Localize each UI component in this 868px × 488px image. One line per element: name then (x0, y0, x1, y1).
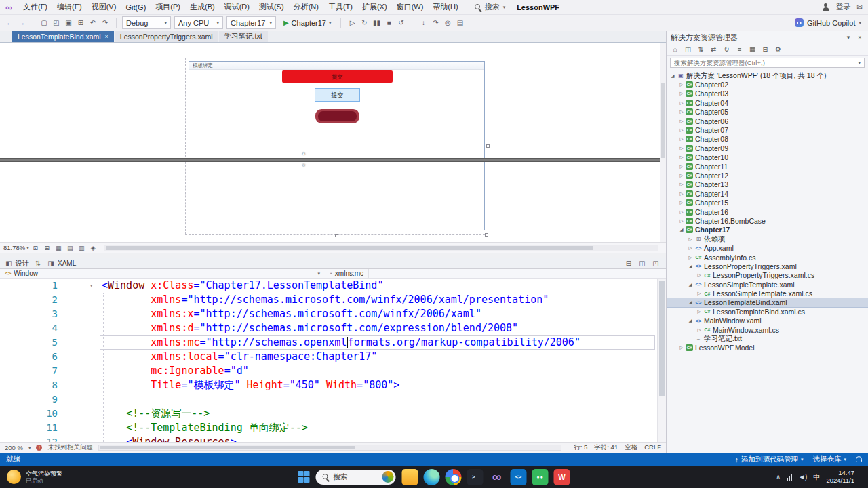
weather-widget[interactable]: 空气污染预警 已启动 (0, 466, 69, 488)
redo-icon[interactable]: ↷ (100, 18, 111, 28)
tree-item[interactable]: ◢<>MainWindow.xaml (667, 317, 868, 325)
menu-item[interactable]: 生成(B) (185, 1, 220, 14)
tree-expander-icon[interactable]: ▷ (678, 182, 685, 187)
github-copilot-button[interactable]: GitHub Copilot ▾ (795, 18, 864, 27)
tree-item[interactable]: ▷C#Chapter06 (667, 117, 868, 125)
user-avatar-icon[interactable] (822, 3, 830, 11)
tab-xaml[interactable]: ◨ XAML (47, 258, 76, 269)
window-preview[interactable]: 模板绑定 提交提交 (189, 61, 485, 230)
window-position-icon[interactable]: ▾ (844, 34, 852, 41)
tree-item[interactable]: ▷C#Chapter13 (667, 180, 868, 189)
tree-expander-icon[interactable]: ▷ (678, 173, 685, 178)
tree-expander-icon[interactable]: ▷ (687, 245, 694, 251)
solution-search-box[interactable]: ▾ (670, 58, 865, 68)
menu-item[interactable]: 扩展(X) (357, 1, 392, 14)
tree-item[interactable]: ▷C#Chapter08 (667, 135, 868, 144)
snap-to-grid-icon[interactable]: ▦ (54, 243, 64, 253)
select-repository-button[interactable]: 选择仓库 ▾ (812, 455, 846, 464)
home-icon[interactable]: ⌂ (671, 45, 679, 53)
sync-with-active-document-icon[interactable]: ⇄ (709, 45, 718, 53)
tree-item[interactable]: ▷C#MainWindow.xaml.cs (667, 325, 868, 334)
tree-expander-icon[interactable]: ▷ (678, 164, 685, 169)
preview-button-dark-template[interactable] (315, 109, 359, 123)
tree-item[interactable]: ▷C#Chapter04 (667, 98, 868, 107)
xaml-code-editor[interactable]: 1▾<Window x:Class="Chapter17.LessonTempl… (0, 279, 666, 442)
tree-item[interactable]: ▷C#Chapter05 (667, 108, 868, 117)
quick-search[interactable]: 搜索 ▾ (475, 2, 506, 12)
show-snaplines-icon[interactable]: ▤ (65, 243, 75, 253)
restart-icon[interactable]: ↺ (395, 18, 406, 28)
tree-item[interactable]: ▷C#Chapter03 (667, 89, 868, 98)
navigate-forward-icon[interactable]: → (16, 18, 27, 28)
tree-expander-icon[interactable]: ▷ (678, 136, 685, 142)
tree-item[interactable]: ▷C#LessonWPF.Model (667, 344, 868, 352)
start-debugging-button[interactable]: ▶ Chapter17 ▾ (279, 16, 336, 29)
menu-item[interactable]: 视图(V) (87, 1, 121, 14)
menu-item[interactable]: 分析(N) (289, 1, 323, 14)
tree-expander-icon[interactable]: ▷ (687, 255, 694, 260)
terminal-icon[interactable]: >_ (467, 469, 484, 485)
tree-expander-icon[interactable]: ◢ (687, 282, 694, 287)
menu-item[interactable]: 帮助(H) (428, 1, 462, 14)
code-line[interactable]: 7 mc:Ignorable="d" (0, 364, 666, 378)
tree-expander-icon[interactable]: ▷ (696, 272, 703, 278)
solution-search-input[interactable] (674, 59, 855, 66)
tree-item[interactable]: ◢▣解决方案 'LessonWPF' (18 个项目, 共 18 个) (667, 71, 868, 80)
code-line[interactable]: 9 (0, 392, 666, 407)
hot-reload-icon[interactable]: ↻ (359, 18, 370, 28)
switch-views-icon[interactable]: ◫ (684, 45, 692, 53)
code-line[interactable]: 11 <!--TemplateBinding 单向绑定--> (0, 421, 666, 435)
editor-horizontal-scrollbar[interactable] (98, 445, 561, 451)
tree-expander-icon[interactable]: ◢ (687, 318, 694, 323)
document-tab[interactable]: 学习笔记.txt (219, 30, 268, 42)
tree-expander-icon[interactable]: ◢ (678, 227, 685, 232)
ime-indicator[interactable]: 中 (813, 472, 820, 482)
tree-item[interactable]: ▷C#Chapter14 (667, 189, 868, 198)
platform-dropdown[interactable]: Any CPU ▾ (174, 16, 223, 29)
tree-item[interactable]: ▷C#Chapter11 (667, 162, 868, 171)
pane-splitter-dragbar[interactable] (0, 158, 666, 162)
document-tab[interactable]: LessonPropertyTriggers.xaml (115, 30, 218, 42)
tree-expander-icon[interactable]: ▷ (678, 218, 685, 224)
configuration-dropdown[interactable]: Debug ▾ (122, 16, 171, 29)
split-vertical-icon[interactable]: ◫ (637, 258, 648, 269)
code-line[interactable]: 5 xmlns:mc="http://schemas.openxmlformat… (0, 336, 666, 350)
tree-item[interactable]: ◢<>LessonSimpleTemplate.xaml (667, 280, 868, 289)
sign-in-link[interactable]: 登录 (836, 2, 851, 12)
tree-item[interactable]: ◢C#Chapter17 (667, 226, 868, 235)
breadcrumb-attribute-dropdown[interactable]: ▪ xmlns:mc (326, 269, 369, 278)
properties-icon[interactable]: ⚙ (774, 45, 783, 53)
tree-expander-icon[interactable]: ▷ (678, 200, 685, 205)
tree-expander-icon[interactable]: ▷ (678, 146, 685, 151)
expand-pane-icon[interactable]: ◳ (650, 258, 661, 269)
tree-item[interactable]: ◢<>LessonTemplateBind.xaml (667, 298, 868, 307)
network-icon[interactable] (787, 474, 792, 481)
snap-to-snaplines-icon[interactable]: ▥ (77, 243, 87, 253)
wps-icon[interactable]: W (554, 469, 570, 485)
tree-item[interactable]: ▷C#Chapter02 (667, 80, 868, 89)
menu-item[interactable]: 测试(S) (254, 1, 289, 14)
add-to-source-control-button[interactable]: ↑ 添加到源代码管理 ▾ (735, 455, 804, 464)
notifications-icon[interactable] (856, 456, 862, 462)
menu-item[interactable]: 编辑(E) (52, 1, 87, 14)
tree-item[interactable]: ▷C#LessonTemplateBind.xaml.cs (667, 307, 868, 316)
tree-expander-icon[interactable]: ▷ (687, 237, 694, 242)
step-over-icon[interactable]: ↷ (430, 18, 441, 28)
tree-item[interactable]: ▷C#Chapter16 (667, 207, 868, 216)
wechat-icon[interactable]: ●● (532, 469, 549, 485)
pane-splitter[interactable] (0, 253, 666, 258)
show-all-files-icon[interactable]: ▦ (748, 45, 757, 53)
hidden-icons-chevron-icon[interactable]: ∧ (776, 473, 781, 481)
refresh-icon[interactable]: ↻ (722, 45, 731, 53)
collapse-all-icon[interactable]: ⊟ (761, 45, 770, 53)
start-without-debugging-icon[interactable]: ▷ (347, 18, 357, 28)
tree-expander-icon[interactable]: ◢ (687, 300, 694, 305)
taskbar-search[interactable]: 搜索 (316, 470, 396, 485)
visual-studio-icon[interactable]: ∞ (489, 469, 505, 485)
tree-item[interactable]: ≡学习笔记.txt (667, 334, 868, 343)
close-icon[interactable]: × (856, 34, 864, 41)
designer-vertical-scrollbar[interactable] (660, 43, 666, 242)
menu-item[interactable]: 调试(D) (220, 1, 254, 14)
find-in-files-icon[interactable]: ◎ (442, 18, 453, 28)
designer-horizontal-scrollbar[interactable] (104, 245, 658, 251)
